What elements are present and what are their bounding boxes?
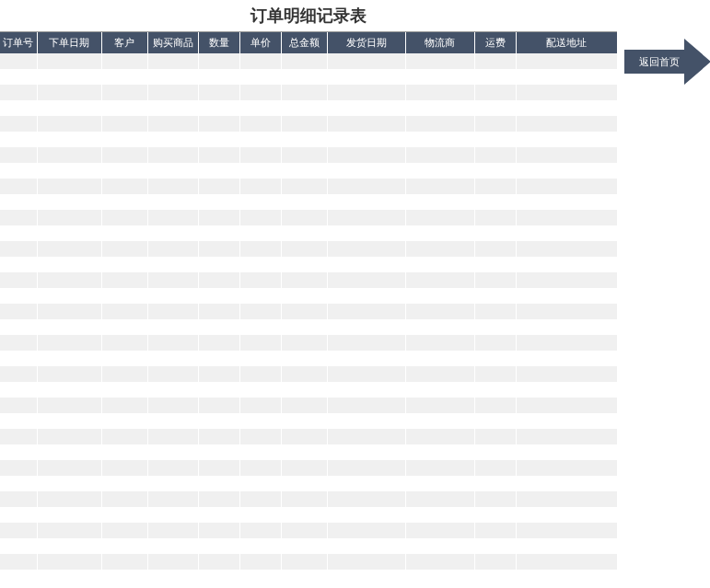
- table-cell[interactable]: [516, 85, 617, 100]
- table-cell[interactable]: [147, 523, 198, 538]
- table-row[interactable]: [0, 69, 617, 85]
- table-cell[interactable]: [101, 413, 147, 429]
- table-cell[interactable]: [327, 382, 405, 398]
- table-cell[interactable]: [101, 570, 147, 585]
- table-cell[interactable]: [198, 335, 239, 351]
- table-cell[interactable]: [198, 429, 239, 444]
- table-cell[interactable]: [239, 69, 281, 85]
- table-cell[interactable]: [37, 460, 101, 476]
- table-cell[interactable]: [281, 147, 327, 163]
- table-cell[interactable]: [281, 257, 327, 272]
- table-cell[interactable]: [198, 366, 239, 382]
- table-cell[interactable]: [147, 444, 198, 460]
- table-cell[interactable]: [147, 382, 198, 398]
- table-row[interactable]: [0, 351, 617, 366]
- table-row[interactable]: [0, 241, 617, 257]
- table-cell[interactable]: [239, 476, 281, 491]
- table-cell[interactable]: [147, 163, 198, 179]
- table-cell[interactable]: [474, 288, 516, 304]
- table-cell[interactable]: [281, 398, 327, 413]
- table-cell[interactable]: [327, 570, 405, 585]
- table-cell[interactable]: [474, 382, 516, 398]
- table-cell[interactable]: [474, 460, 516, 476]
- table-cell[interactable]: [101, 398, 147, 413]
- table-row[interactable]: [0, 491, 617, 507]
- table-cell[interactable]: [327, 116, 405, 132]
- table-row[interactable]: [0, 194, 617, 210]
- table-row[interactable]: [0, 288, 617, 304]
- table-cell[interactable]: [37, 413, 101, 429]
- table-cell[interactable]: [147, 366, 198, 382]
- table-cell[interactable]: [239, 382, 281, 398]
- table-cell[interactable]: [37, 210, 101, 225]
- table-cell[interactable]: [516, 351, 617, 366]
- table-cell[interactable]: [281, 116, 327, 132]
- table-cell[interactable]: [405, 319, 474, 335]
- table-cell[interactable]: [281, 413, 327, 429]
- table-cell[interactable]: [474, 163, 516, 179]
- table-cell[interactable]: [37, 194, 101, 210]
- table-cell[interactable]: [516, 554, 617, 570]
- table-cell[interactable]: [239, 288, 281, 304]
- table-cell[interactable]: [327, 444, 405, 460]
- table-cell[interactable]: [516, 460, 617, 476]
- table-cell[interactable]: [239, 460, 281, 476]
- table-row[interactable]: [0, 444, 617, 460]
- table-cell[interactable]: [147, 288, 198, 304]
- table-cell[interactable]: [37, 116, 101, 132]
- table-cell[interactable]: [198, 147, 239, 163]
- table-row[interactable]: [0, 163, 617, 179]
- table-cell[interactable]: [474, 444, 516, 460]
- table-cell[interactable]: [474, 179, 516, 194]
- table-cell[interactable]: [239, 491, 281, 507]
- table-cell[interactable]: [474, 147, 516, 163]
- table-cell[interactable]: [198, 179, 239, 194]
- table-cell[interactable]: [516, 225, 617, 241]
- table-cell[interactable]: [281, 225, 327, 241]
- table-cell[interactable]: [37, 272, 101, 288]
- table-row[interactable]: [0, 570, 617, 585]
- table-cell[interactable]: [0, 272, 37, 288]
- table-cell[interactable]: [37, 319, 101, 335]
- table-cell[interactable]: [516, 304, 617, 319]
- table-cell[interactable]: [281, 335, 327, 351]
- table-cell[interactable]: [405, 491, 474, 507]
- table-cell[interactable]: [516, 570, 617, 585]
- table-cell[interactable]: [147, 491, 198, 507]
- table-cell[interactable]: [281, 366, 327, 382]
- table-cell[interactable]: [474, 476, 516, 491]
- table-cell[interactable]: [474, 398, 516, 413]
- table-cell[interactable]: [239, 53, 281, 69]
- table-cell[interactable]: [0, 491, 37, 507]
- table-cell[interactable]: [474, 100, 516, 116]
- table-cell[interactable]: [281, 194, 327, 210]
- table-cell[interactable]: [198, 351, 239, 366]
- table-cell[interactable]: [101, 554, 147, 570]
- table-cell[interactable]: [147, 53, 198, 69]
- table-cell[interactable]: [327, 53, 405, 69]
- table-row[interactable]: [0, 507, 617, 523]
- table-cell[interactable]: [101, 241, 147, 257]
- table-row[interactable]: [0, 210, 617, 225]
- table-cell[interactable]: [405, 398, 474, 413]
- table-cell[interactable]: [405, 523, 474, 538]
- back-home-button[interactable]: 返回首页: [624, 39, 710, 85]
- table-cell[interactable]: [281, 491, 327, 507]
- table-cell[interactable]: [405, 53, 474, 69]
- table-cell[interactable]: [281, 100, 327, 116]
- table-cell[interactable]: [327, 194, 405, 210]
- table-cell[interactable]: [327, 523, 405, 538]
- table-cell[interactable]: [198, 241, 239, 257]
- table-cell[interactable]: [147, 413, 198, 429]
- table-cell[interactable]: [516, 491, 617, 507]
- table-cell[interactable]: [327, 538, 405, 554]
- table-cell[interactable]: [101, 116, 147, 132]
- table-cell[interactable]: [101, 476, 147, 491]
- table-cell[interactable]: [405, 304, 474, 319]
- table-cell[interactable]: [327, 241, 405, 257]
- table-cell[interactable]: [0, 257, 37, 272]
- table-cell[interactable]: [516, 444, 617, 460]
- table-cell[interactable]: [474, 507, 516, 523]
- table-cell[interactable]: [516, 319, 617, 335]
- table-cell[interactable]: [37, 288, 101, 304]
